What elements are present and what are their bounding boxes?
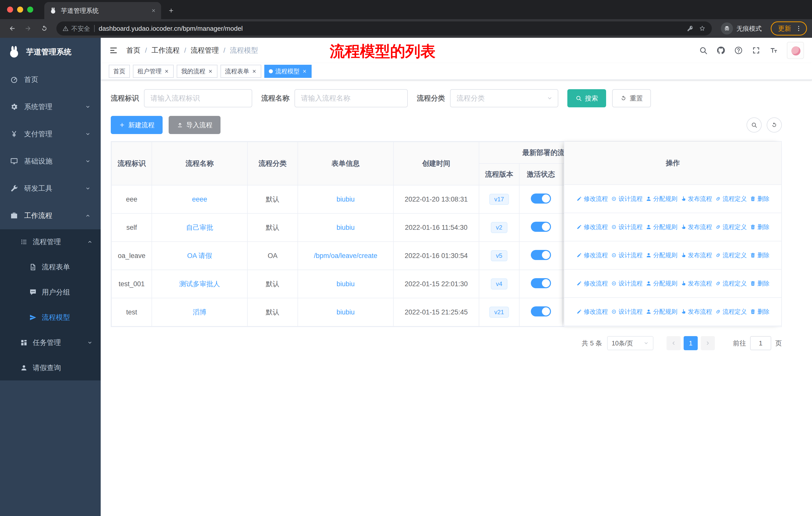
delete-flow-link[interactable]: 删除 [750, 195, 770, 203]
sidebar-item-process-management[interactable]: 流程管理 [0, 229, 101, 254]
active-toggle[interactable] [531, 193, 551, 203]
filter-key-input[interactable] [144, 89, 252, 107]
breadcrumb-home[interactable]: 首页 [126, 46, 141, 55]
update-chip[interactable]: 更新 [771, 21, 807, 35]
flow-definition-link[interactable]: 流程定义 [715, 308, 747, 316]
sidebar-item-devtools[interactable]: 研发工具 [0, 175, 101, 202]
flow-definition-link[interactable]: 流程定义 [715, 195, 747, 203]
close-window-button[interactable] [7, 6, 13, 12]
filter-name-input[interactable] [294, 89, 408, 107]
model-name-link[interactable]: 自己审批 [186, 224, 213, 231]
delete-flow-link[interactable]: 删除 [750, 308, 770, 316]
flow-definition-link[interactable]: 流程定义 [715, 251, 747, 259]
reset-button[interactable]: 重置 [612, 89, 651, 107]
edit-flow-link[interactable]: 修改流程 [576, 279, 608, 288]
reload-button[interactable] [37, 21, 51, 35]
form-link[interactable]: biubiu [337, 308, 355, 316]
search-icon[interactable] [699, 46, 708, 55]
model-name-link[interactable]: eeee [192, 195, 207, 203]
assign-rule-link[interactable]: 分配规则 [646, 251, 677, 259]
github-icon[interactable] [716, 46, 725, 55]
flow-definition-link[interactable]: 流程定义 [715, 279, 747, 288]
design-flow-link[interactable]: 设计流程 [611, 308, 643, 316]
design-flow-link[interactable]: 设计流程 [611, 279, 643, 288]
form-link[interactable]: biubiu [337, 224, 355, 231]
assign-rule-link[interactable]: 分配规则 [646, 308, 677, 316]
close-icon[interactable] [208, 69, 213, 74]
delete-flow-link[interactable]: 删除 [750, 251, 770, 259]
goto-page-input[interactable] [750, 336, 771, 350]
active-toggle[interactable] [531, 222, 551, 232]
tag-home[interactable]: 首页 [109, 65, 130, 78]
password-key-icon[interactable] [687, 25, 694, 32]
edit-flow-link[interactable]: 修改流程 [576, 251, 608, 259]
design-flow-link[interactable]: 设计流程 [611, 195, 643, 203]
address-bar[interactable]: 不安全 dashboard.yudao.iocoder.cn/bpm/manag… [56, 21, 712, 35]
font-size-icon[interactable] [769, 46, 778, 55]
sidebar-item-home[interactable]: 首页 [0, 66, 101, 93]
design-flow-link[interactable]: 设计流程 [611, 223, 643, 231]
sidebar-item-process-model[interactable]: 流程模型 [0, 305, 101, 330]
model-name-link[interactable]: 测试多审批人 [179, 280, 220, 288]
breadcrumb-workflow[interactable]: 工作流程 [151, 46, 180, 55]
sidebar-item-payment[interactable]: 支付管理 [0, 120, 101, 147]
forward-button[interactable] [21, 21, 35, 35]
search-button[interactable]: 搜索 [567, 89, 606, 107]
back-button[interactable] [5, 21, 19, 35]
close-icon[interactable] [252, 69, 257, 74]
model-name-link[interactable]: OA 请假 [187, 252, 212, 260]
browser-tab[interactable]: 芋道管理系统 [44, 2, 161, 19]
page-1-button[interactable]: 1 [684, 336, 698, 350]
new-tab-button[interactable] [164, 3, 178, 18]
sidebar-item-process-form[interactable]: 流程表单 [0, 254, 101, 280]
flow-definition-link[interactable]: 流程定义 [715, 223, 747, 231]
page-size-select[interactable]: 10条/页 [607, 336, 654, 350]
form-link[interactable]: biubiu [337, 280, 355, 288]
import-flow-button[interactable]: 导入流程 [169, 116, 221, 134]
assign-rule-link[interactable]: 分配规则 [646, 195, 677, 203]
delete-flow-link[interactable]: 删除 [750, 279, 770, 288]
fullscreen-icon[interactable] [752, 46, 761, 55]
form-link[interactable]: biubiu [337, 195, 355, 203]
sidebar-item-leave-query[interactable]: 请假查询 [0, 355, 101, 380]
tag-tenant-management[interactable]: 租户管理 [133, 65, 174, 78]
breadcrumb-process-management[interactable]: 流程管理 [191, 46, 219, 55]
sidebar-item-infrastructure[interactable]: 基础设施 [0, 147, 101, 175]
sidebar-item-user-group[interactable]: 用户分组 [0, 280, 101, 305]
prev-page-button[interactable] [667, 336, 680, 350]
publish-flow-link[interactable]: 发布流程 [680, 251, 712, 259]
assign-rule-link[interactable]: 分配规则 [646, 279, 677, 288]
active-toggle[interactable] [531, 278, 551, 288]
create-flow-button[interactable]: 新建流程 [111, 116, 163, 134]
sidebar-fold-icon[interactable] [109, 46, 118, 55]
next-page-button[interactable] [701, 336, 715, 350]
tab-close-icon[interactable] [151, 8, 156, 13]
model-name-link[interactable]: 滔博 [193, 308, 206, 316]
publish-flow-link[interactable]: 发布流程 [680, 223, 712, 231]
active-toggle[interactable] [531, 306, 551, 317]
close-icon[interactable] [164, 69, 169, 74]
sidebar-item-workflow[interactable]: 工作流程 [0, 202, 101, 229]
category-select[interactable]: 流程分类 [450, 89, 558, 107]
tag-my-process[interactable]: 我的流程 [177, 65, 218, 78]
browser-menu-icon[interactable] [795, 25, 802, 32]
edit-flow-link[interactable]: 修改流程 [576, 223, 608, 231]
assign-rule-link[interactable]: 分配规则 [646, 223, 677, 231]
delete-flow-link[interactable]: 删除 [750, 223, 770, 231]
help-icon[interactable] [734, 46, 743, 55]
publish-flow-link[interactable]: 发布流程 [680, 308, 712, 316]
tag-process-form[interactable]: 流程表单 [221, 65, 261, 78]
form-link[interactable]: /bpm/oa/leave/create [314, 252, 377, 260]
minimize-window-button[interactable] [17, 6, 23, 12]
toggle-search-button[interactable] [747, 117, 762, 133]
design-flow-link[interactable]: 设计流程 [611, 251, 643, 259]
edit-flow-link[interactable]: 修改流程 [576, 308, 608, 316]
sidebar-item-system[interactable]: 系统管理 [0, 93, 101, 120]
close-icon[interactable] [302, 69, 307, 74]
bookmark-star-icon[interactable] [699, 25, 706, 32]
refresh-table-button[interactable] [767, 117, 782, 133]
publish-flow-link[interactable]: 发布流程 [680, 195, 712, 203]
tag-process-model[interactable]: 流程模型 [264, 65, 312, 78]
active-toggle[interactable] [531, 250, 551, 260]
avatar[interactable] [787, 42, 804, 59]
